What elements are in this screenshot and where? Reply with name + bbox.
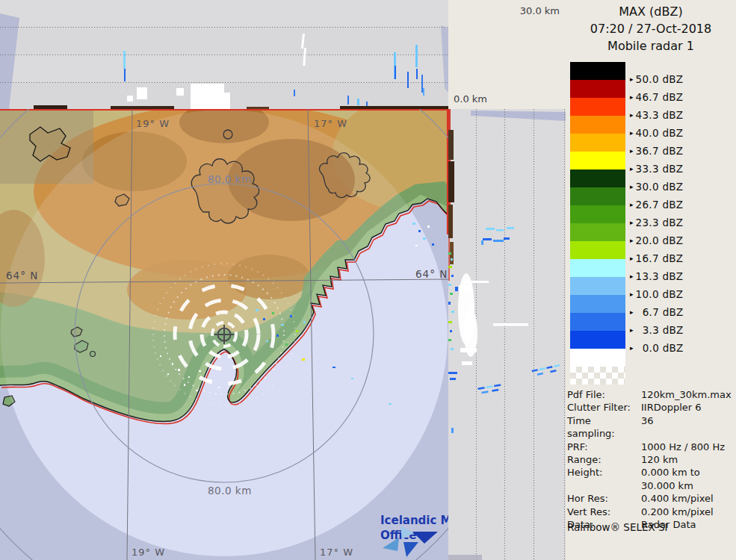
legend-tick-icon: ▸: [630, 345, 634, 352]
info-row-label: Range:: [567, 453, 641, 466]
legend-tick-icon: ▸: [630, 184, 634, 190]
legend-tick-icon: ▸: [630, 76, 634, 83]
legend-entry-label: 36.7 dBZ: [636, 145, 684, 157]
dbz-legend: ▸50.0 dBZ▸46.7 dBZ▸43.3 dBZ▸40.0 dBZ▸36.…: [570, 62, 684, 385]
info-row-label: Vert Res:: [567, 505, 641, 518]
panel-titles: MAX (dBZ) 07:20 / 27-Oct-2018 Mobile rad…: [566, 3, 736, 55]
legend-color-8: [570, 205, 625, 223]
legend-entry-label: 50.0 dBZ: [636, 73, 684, 85]
lon-label-17w-bottom: 17° W: [320, 547, 353, 558]
top-height-profile: [0, 0, 448, 109]
legend-entry: ▸26.7 dBZ: [630, 196, 684, 214]
legend-entry: ▸46.7 dBZ: [630, 88, 684, 106]
lon-label-19w-top: 19° W: [136, 118, 170, 129]
info-row-value: 30.000 km: [641, 479, 735, 492]
right-profile-bottom-band: [448, 555, 482, 560]
info-row-value: 120 km: [641, 453, 735, 466]
legend-colorbar: [570, 62, 625, 385]
software-brand-label: Rainbow® SELEX-SI: [567, 521, 667, 533]
legend-color-10: [570, 241, 625, 259]
info-panel: MAX (dBZ) 07:20 / 27-Oct-2018 Mobile rad…: [566, 0, 736, 560]
datetime-label: 07:20 / 27-Oct-2018: [566, 20, 736, 37]
info-row-label: Clutter Filter:: [567, 401, 641, 414]
legend-entry: ▸20.0 dBZ: [630, 231, 684, 249]
profile-axis-area: 30.0 km 0.0 km: [448, 0, 566, 109]
legend-color-3: [570, 116, 625, 134]
legend-tick-icon: ▸: [630, 112, 634, 119]
lon-label-17w-top: 17° W: [314, 118, 347, 129]
info-row-label: Time sampling:: [567, 414, 641, 441]
legend-color-15: [570, 331, 625, 349]
legend-color-13: [570, 295, 625, 313]
legend-entry-label: 6.7 dBZ: [636, 306, 684, 318]
legend-color-4: [570, 134, 625, 152]
legend-color-0: [570, 62, 625, 80]
info-row-value: 1000 Hz / 800 Hz: [641, 441, 735, 453]
info-row-label: Hor Res:: [567, 492, 641, 505]
legend-entry: ▸33.3 dBZ: [630, 160, 684, 178]
legend-entry-label: 33.3 dBZ: [636, 163, 684, 175]
lat-label-right: 64° N: [415, 268, 448, 280]
legend-entry-label: 0.0 dBZ: [636, 342, 684, 354]
legend-entry-label: 16.7 dBZ: [636, 252, 684, 264]
ring-label-bottom: 80.0 km: [208, 485, 252, 497]
legend-color-6: [570, 169, 625, 187]
legend-color-nodata: [570, 367, 625, 385]
legend-entry-label: 13.3 dBZ: [636, 270, 684, 282]
product-title: MAX (dBZ): [566, 3, 736, 20]
legend-tick-icon: ▸: [630, 148, 634, 155]
info-row: Vert Res:0.200 km/pixel: [567, 505, 735, 518]
right-height-profile: [448, 109, 566, 560]
profile-min-height-label: 0.0 km: [454, 93, 487, 105]
radar-application-window: 30.0 km 0.0 km: [0, 0, 736, 560]
legend-color-12: [570, 277, 625, 295]
info-row: Clutter Filter:IIRDoppler 6: [567, 401, 735, 414]
legend-entry: ▸13.3 dBZ: [630, 267, 684, 285]
legend-entry: ▸43.3 dBZ: [630, 106, 684, 124]
legend-entry-label: 26.7 dBZ: [636, 199, 684, 211]
legend-tick-icon: ▸: [630, 255, 634, 262]
legend-entry-label: 3.3 dBZ: [636, 324, 684, 336]
legend-entry-label: 46.7 dBZ: [636, 91, 684, 103]
legend-tick-icon: ▸: [630, 291, 634, 298]
info-row-value: 0.000 km to: [641, 466, 735, 479]
info-row: Pdf File:120km_30km.max: [567, 388, 735, 401]
legend-entry-label: 40.0 dBZ: [636, 127, 684, 139]
legend-color-14: [570, 313, 625, 331]
info-row-label: PRF:: [567, 441, 641, 453]
info-row-value: 36: [641, 414, 735, 441]
legend-color-5: [570, 152, 625, 169]
legend-entry: ▸30.0 dBZ: [630, 178, 684, 196]
legend-entry-label: 20.0 dBZ: [636, 234, 684, 246]
legend-tick-icon: ▸: [630, 237, 634, 244]
legend-entry: ▸ 3.3 dBZ: [630, 321, 684, 339]
info-row: Hor Res:0.400 km/pixel: [567, 492, 735, 505]
legend-tick-icon: ▸: [630, 309, 634, 316]
legend-tick-icon: ▸: [630, 202, 634, 208]
legend-entry: ▸10.0 dBZ: [630, 285, 684, 303]
legend-color-2: [570, 98, 625, 116]
imo-logo-text-line1: Icelandic Met: [380, 514, 448, 527]
info-row: Height:0.000 km to: [567, 466, 735, 479]
info-row-value: 0.400 km/pixel: [641, 492, 735, 505]
legend-entry: ▸40.0 dBZ: [630, 124, 684, 142]
info-row-label: Height:: [567, 466, 641, 479]
info-row-value: 0.200 km/pixel: [641, 505, 735, 518]
legend-entry: ▸16.7 dBZ: [630, 249, 684, 267]
legend-color-7: [570, 187, 625, 205]
legend-color-empty: [570, 349, 625, 367]
legend-entry: ▸23.3 dBZ: [630, 214, 684, 231]
info-row-label: [567, 479, 641, 492]
legend-entry-label: 10.0 dBZ: [636, 288, 684, 300]
info-row: 30.000 km: [567, 479, 735, 492]
legend-tick-icon: ▸: [630, 220, 634, 226]
legend-entry-label: 43.3 dBZ: [636, 109, 684, 121]
legend-entry-label: 30.0 dBZ: [636, 181, 684, 193]
info-row-value: IIRDoppler 6: [641, 401, 735, 414]
legend-color-9: [570, 223, 625, 241]
legend-labels: ▸50.0 dBZ▸46.7 dBZ▸43.3 dBZ▸40.0 dBZ▸36.…: [630, 62, 684, 385]
radar-map-view: 19° W 17° W 19° W 17° W 64° N 64° N 80.0…: [0, 109, 448, 560]
legend-color-11: [570, 259, 625, 277]
legend-entry: ▸ 0.0 dBZ: [630, 339, 684, 357]
legend-tick-icon: ▸: [630, 94, 634, 101]
